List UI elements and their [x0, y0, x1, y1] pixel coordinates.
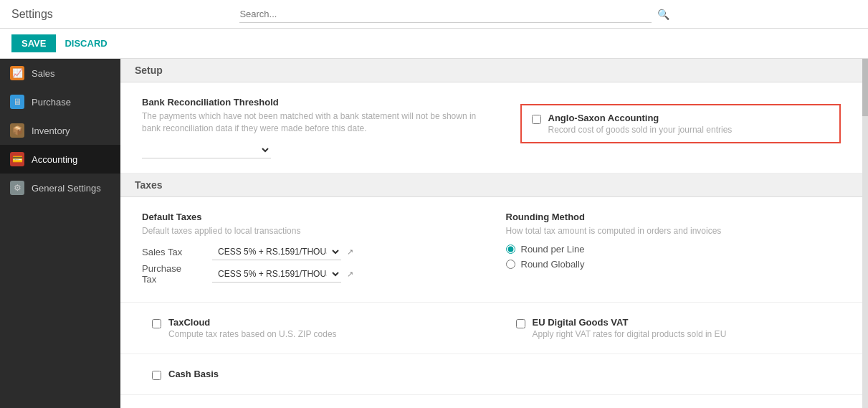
default-taxes-col: Default Taxes Default taxes applied to l…	[142, 212, 477, 288]
sidebar-label-general: General Settings	[32, 183, 101, 194]
sidebar-item-purchase[interactable]: 🖥 Purchase	[0, 87, 120, 116]
cash-basis-title: Cash Basis	[168, 369, 219, 379]
cash-basis-body: Cash Basis	[120, 354, 862, 395]
rounding-col: Rounding Method How total tax amount is …	[506, 212, 841, 288]
eu-vat-desc: Apply right VAT rates for digital produc…	[533, 329, 727, 339]
setup-body: Bank Reconciliation Threshold The paymen…	[120, 82, 862, 174]
taxes-section: Taxes Default Taxes Default taxes applie…	[120, 174, 862, 396]
save-button[interactable]: SAVE	[11, 34, 56, 52]
taxcloud-desc: Compute tax rates based on U.S. ZIP code…	[168, 329, 337, 339]
sales-tax-external-link-icon[interactable]: ↗	[347, 247, 353, 257]
sales-tax-row: Sales Tax CESS 5% + RS.1591/THOUS/... ↗	[142, 244, 477, 260]
taxcloud-title: TaxCloud	[168, 317, 337, 328]
scrollbar[interactable]	[862, 59, 868, 408]
scroll-thumb	[862, 59, 868, 116]
default-taxes-title: Default Taxes	[142, 212, 477, 222]
cash-basis-checkbox[interactable]	[152, 371, 161, 380]
anglo-saxon-checkbox[interactable]	[532, 115, 541, 124]
taxes-extra-body: TaxCloud Compute tax rates based on U.S.…	[120, 303, 862, 354]
round-per-line-label: Round per Line	[521, 244, 585, 255]
discard-button[interactable]: DISCARD	[65, 38, 107, 49]
taxes-body: Default Taxes Default taxes applied to l…	[120, 197, 862, 303]
round-per-line-option: Round per Line	[506, 244, 841, 255]
default-taxes-desc: Default taxes applied to local transacti…	[142, 225, 477, 237]
search-container: 🔍	[239, 6, 669, 23]
cash-basis-option: Cash Basis	[142, 361, 841, 387]
taxes-header: Taxes	[120, 174, 862, 197]
inventory-icon: 📦	[10, 123, 24, 138]
anglo-saxon-option: Anglo-Saxon Accounting Record cost of go…	[522, 105, 840, 142]
anglo-saxon-title: Anglo-Saxon Accounting	[548, 113, 733, 123]
sidebar: 📈 Sales 🖥 Purchase 📦 Inventory 💳 Account…	[0, 59, 120, 408]
sidebar-item-general[interactable]: ⚙ General Settings	[0, 174, 120, 202]
purchase-tax-row: PurchaseTax CESS 5% + RS.1591/THOUS/... …	[142, 263, 477, 285]
purchase-tax-external-link-icon[interactable]: ↗	[347, 270, 353, 279]
purchase-icon: 🖥	[10, 95, 24, 109]
bank-recon-dropdown[interactable]	[142, 142, 271, 158]
anglo-saxon-col: Anglo-Saxon Accounting Record cost of go…	[506, 97, 841, 158]
purchase-tax-label: PurchaseTax	[142, 263, 206, 285]
action-bar: SAVE DISCARD	[0, 29, 868, 59]
bank-reconciliation-col: Bank Reconciliation Threshold The paymen…	[142, 97, 477, 158]
taxcloud-checkbox[interactable]	[152, 319, 161, 328]
anglo-saxon-box: Anglo-Saxon Accounting Record cost of go…	[520, 104, 841, 143]
page-title: Settings	[11, 8, 53, 21]
eu-vat-title: EU Digital Goods VAT	[533, 317, 727, 328]
sales-tax-select[interactable]: CESS 5% + RS.1591/THOUS/...	[212, 244, 341, 260]
accounting-icon: 💳	[10, 152, 24, 166]
bank-recon-title: Bank Reconciliation Threshold	[142, 97, 477, 108]
eu-vat-col: EU Digital Goods VAT Apply right VAT rat…	[506, 310, 841, 346]
content-area: Setup Bank Reconciliation Threshold The …	[120, 59, 862, 408]
main-layout: 📈 Sales 🖥 Purchase 📦 Inventory 💳 Account…	[0, 59, 868, 408]
bank-recon-desc: The payments which have not been matched…	[142, 110, 477, 135]
sidebar-label-inventory: Inventory	[32, 125, 70, 136]
round-globally-option: Round Globally	[506, 259, 841, 270]
round-globally-radio[interactable]	[506, 260, 515, 269]
anglo-saxon-desc: Record cost of goods sold in your journa…	[548, 125, 733, 135]
taxcloud-option: TaxCloud Compute tax rates based on U.S.…	[142, 310, 477, 346]
sidebar-item-sales[interactable]: 📈 Sales	[0, 59, 120, 87]
search-icon: 🔍	[657, 9, 669, 20]
search-input[interactable]	[239, 6, 652, 23]
eu-vat-option: EU Digital Goods VAT Apply right VAT rat…	[506, 310, 841, 346]
rounding-title: Rounding Method	[506, 212, 841, 222]
general-icon: ⚙	[10, 181, 24, 195]
setup-section: Setup Bank Reconciliation Threshold The …	[120, 59, 862, 174]
rounding-desc: How total tax amount is computed in orde…	[506, 225, 841, 237]
top-bar: Settings 🔍	[0, 0, 868, 29]
purchase-tax-select[interactable]: CESS 5% + RS.1591/THOUS/...	[212, 266, 341, 283]
round-globally-label: Round Globally	[521, 259, 585, 270]
sales-tax-label: Sales Tax	[142, 247, 206, 257]
sidebar-label-purchase: Purchase	[32, 97, 71, 108]
eu-vat-checkbox[interactable]	[516, 319, 525, 328]
sidebar-item-inventory[interactable]: 📦 Inventory	[0, 116, 120, 145]
setup-header: Setup	[120, 59, 862, 82]
sidebar-item-accounting[interactable]: 💳 Accounting	[0, 145, 120, 174]
round-per-line-radio[interactable]	[506, 245, 515, 254]
sidebar-label-sales: Sales	[32, 68, 55, 79]
sidebar-label-accounting: Accounting	[32, 154, 77, 165]
sales-icon: 📈	[10, 66, 24, 80]
rounding-radio-group: Round per Line Round Globally	[506, 244, 841, 270]
taxcloud-col: TaxCloud Compute tax rates based on U.S.…	[142, 310, 477, 346]
